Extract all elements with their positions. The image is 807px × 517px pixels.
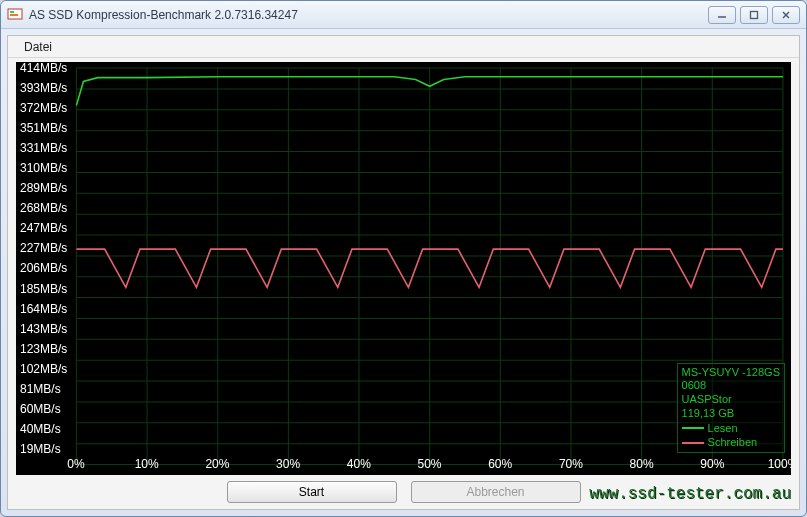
- app-icon: [7, 7, 23, 23]
- window-title: AS SSD Kompression-Benchmark 2.0.7316.34…: [29, 8, 708, 22]
- chart-area: 414MB/s393MB/s372MB/s351MB/s331MB/s310MB…: [16, 62, 791, 475]
- maximize-button[interactable]: [740, 6, 768, 24]
- legend-box: MS-YSUYV -128GS 0608 UASPStor 119,13 GB …: [677, 363, 785, 454]
- svg-rect-2: [10, 14, 18, 16]
- legend-capacity: 119,13 GB: [682, 407, 780, 421]
- menu-datei[interactable]: Datei: [16, 38, 60, 56]
- close-button[interactable]: [772, 6, 800, 24]
- app-window: AS SSD Kompression-Benchmark 2.0.7316.34…: [0, 0, 807, 517]
- legend-write-label: Schreiben: [708, 436, 758, 450]
- legend-series-write: Schreiben: [682, 436, 780, 450]
- legend-read-label: Lesen: [708, 422, 738, 436]
- client-area: Datei 414MB/s393MB/s372MB/s351MB/s331MB/…: [7, 35, 800, 510]
- titlebar: AS SSD Kompression-Benchmark 2.0.7316.34…: [1, 1, 806, 29]
- legend-device: MS-YSUYV -128GS: [682, 366, 780, 380]
- legend-swatch-read: [682, 427, 704, 429]
- abort-button: Abbrechen: [411, 481, 581, 503]
- legend-firmware: 0608: [682, 379, 780, 393]
- svg-rect-1: [10, 11, 14, 13]
- window-controls: [708, 6, 800, 24]
- legend-series-read: Lesen: [682, 422, 780, 436]
- minimize-button[interactable]: [708, 6, 736, 24]
- svg-rect-4: [751, 11, 758, 18]
- start-button[interactable]: Start: [227, 481, 397, 503]
- legend-driver: UASPStor: [682, 393, 780, 407]
- legend-swatch-write: [682, 442, 704, 444]
- button-row: Start Abbrechen: [8, 477, 799, 509]
- menubar: Datei: [8, 36, 799, 58]
- chart-canvas: [16, 62, 791, 475]
